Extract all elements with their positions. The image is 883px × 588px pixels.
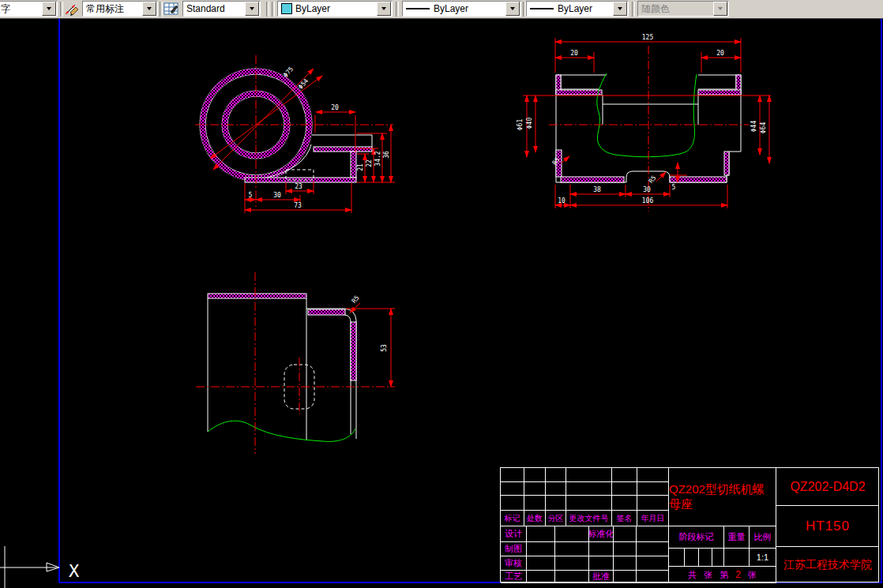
table-style-icon[interactable]	[163, 1, 180, 17]
dimension-label: 36	[383, 151, 390, 159]
staff-label: 审核	[501, 556, 527, 571]
scale-label: 比例	[750, 526, 776, 549]
chevron-down-icon	[713, 2, 727, 16]
dimension-label: 21	[357, 163, 364, 171]
dimension-label: 20	[716, 50, 724, 57]
sheet-unit-label: 张	[748, 569, 757, 581]
toolbar-separator	[632, 2, 635, 17]
drawing-number: QZ202-D4D2	[790, 480, 865, 494]
dimension-label: 30	[273, 192, 281, 199]
standardization-label: 标准化	[589, 526, 614, 542]
plot-style-combo: 随颜色	[637, 1, 729, 17]
linetype-preview	[406, 8, 430, 9]
revision-table: 标记 处数 分区 更改文件号 签名 年月日	[501, 468, 669, 526]
chevron-down-icon[interactable]	[505, 2, 520, 16]
dimension-label: 20	[570, 50, 578, 57]
material: HT150	[806, 519, 850, 534]
dimension-label: 10	[558, 197, 565, 204]
text-style-combo[interactable]: 文字	[0, 1, 58, 17]
staff-label: 制图	[501, 542, 527, 556]
staff-table: 设计 标准化 制图 审核 工艺 批准	[501, 526, 669, 583]
approval-label: 批准	[589, 571, 614, 583]
title-block: 标记 处数 分区 更改文件号 签名 年月日 设计 标准化 制图 审核 工艺 批准…	[500, 467, 879, 582]
revision-col-header: 更改文件号	[566, 511, 612, 526]
dimension-label: 106	[642, 197, 654, 204]
chevron-down-icon[interactable]	[377, 2, 391, 16]
chevron-down-icon[interactable]	[142, 2, 156, 16]
linetype-control-combo[interactable]: ByLayer	[402, 1, 521, 17]
chevron-down-icon[interactable]	[245, 2, 259, 16]
toolbar-separator	[396, 2, 399, 17]
dimension-label: 73	[294, 202, 302, 209]
dimension-label: 23	[295, 183, 302, 190]
dim-style-icon[interactable]	[63, 1, 81, 17]
dimension-label: Φ40	[526, 118, 533, 129]
weight-label: 重量	[724, 526, 750, 549]
dimension-label: 30	[643, 186, 651, 193]
chevron-down-icon[interactable]	[42, 2, 56, 16]
stage-boxes-row: 1:1	[669, 549, 776, 567]
dimension-labels: Φ75Φ5420212234.23623530731252020Φ61Φ40Φ4…	[249, 34, 767, 352]
dimension-label: 22	[366, 159, 373, 167]
drawing-number-cell: QZ202-D4D2	[776, 468, 879, 506]
dimension-label: 53	[381, 344, 388, 352]
part-name-cell: QZ202型切纸机螺母座	[669, 468, 776, 526]
dimension-label: Φ54	[297, 77, 310, 91]
part-name: QZ202型切纸机螺母座	[669, 482, 776, 512]
view-detail	[196, 272, 395, 454]
toolbar: 文字 常用标注	[0, 0, 883, 19]
dimension-label: 38	[593, 186, 601, 193]
application-window: Φ75Φ5420212234.23623530731252020Φ61Φ40Φ4…	[0, 0, 883, 588]
color-control-combo[interactable]: ByLayer	[277, 1, 393, 17]
revision-col-header: 年月日	[637, 511, 669, 526]
scale-value: 1:1	[750, 549, 776, 567]
stage-row: 阶段标记 重量 比例	[669, 526, 776, 549]
revision-col-header: 签名	[612, 511, 637, 526]
table-style-combo[interactable]: Standard	[182, 1, 261, 17]
revision-col-header: 处数	[524, 511, 546, 526]
ucs-x-label: X	[69, 561, 80, 581]
view-section	[523, 38, 771, 212]
chevron-down-icon[interactable]	[613, 2, 627, 16]
sheet-total-label: 共	[688, 569, 697, 581]
extension-lines	[523, 38, 771, 208]
sheet-number: 2	[735, 569, 741, 580]
dimension-label: 5	[249, 192, 253, 199]
lineweight-control-combo[interactable]: ByLayer	[526, 1, 629, 17]
organization-cell: 江苏工程技术学院	[776, 547, 879, 583]
organization: 江苏工程技术学院	[783, 558, 872, 572]
color-swatch	[281, 3, 292, 14]
revision-col-header: 分区	[546, 511, 566, 526]
dim-style-combo[interactable]: 常用标注	[82, 1, 158, 17]
dimension-label: Φ44	[750, 121, 757, 133]
revision-col-header: 标记	[501, 511, 524, 526]
dimension-label: Φ61	[517, 119, 524, 131]
sheet-unit-label: 张	[704, 569, 712, 581]
toolbar-separator	[266, 2, 269, 17]
material-cell: HT150	[776, 506, 879, 547]
dimension-label: 5	[672, 184, 676, 191]
dimension-label: 20	[331, 104, 339, 111]
sheet-row: 共 张 第 2 张	[669, 567, 776, 583]
lineweight-preview	[530, 8, 554, 9]
sheet-number-label: 第	[720, 569, 728, 581]
dimension-label: Φ64	[760, 122, 767, 134]
staff-label: 工艺	[501, 571, 527, 583]
dimension-label: Φ75	[282, 66, 295, 79]
dimension-label: R5	[648, 174, 658, 185]
toolbar-separator	[272, 2, 275, 17]
dimension-label: R5	[351, 294, 361, 305]
dimension-label: 34.2	[374, 151, 381, 166]
staff-label: 设计	[501, 526, 527, 542]
stage-mark-label: 阶段标记	[669, 526, 724, 549]
dimension-label: 125	[642, 34, 654, 41]
